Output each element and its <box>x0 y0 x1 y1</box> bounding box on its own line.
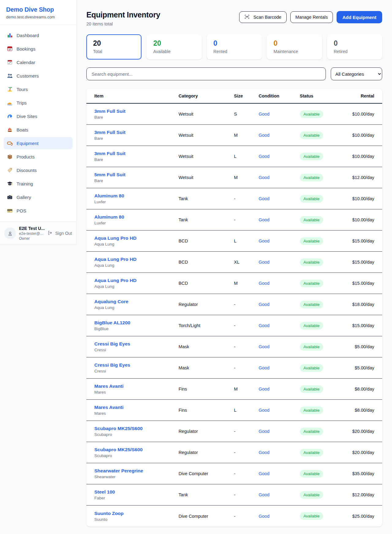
sign-out-button[interactable]: Sign Out <box>47 230 72 236</box>
status-cell: Available <box>300 237 341 245</box>
sidebar-nav: Dashboard 17 Bookings Calendar Customers… <box>0 25 76 222</box>
item-name-link[interactable]: Cressi Big Eyes <box>94 362 179 368</box>
item-brand: Aqua Lung <box>94 284 179 289</box>
app-root: Demo Dive Shop demo.test.divestreams.com… <box>0 0 392 534</box>
sidebar-item-customers[interactable]: Customers <box>4 70 73 82</box>
condition-link[interactable]: Good <box>259 365 300 370</box>
sidebar-item-boats[interactable]: Boats <box>4 124 73 136</box>
item-name-link[interactable]: Steel 100 <box>94 489 179 495</box>
sidebar-item-trips[interactable]: Trips <box>4 97 73 109</box>
item-name-link[interactable]: Scubapro MK25/S600 <box>94 426 179 431</box>
item-name-link[interactable]: Aluminum 80 <box>94 214 179 220</box>
status-cell: Available <box>300 491 341 499</box>
scan-barcode-label: Scan Barcode <box>253 15 281 20</box>
col-header-item: Item <box>94 93 179 98</box>
condition-link[interactable]: Good <box>259 217 300 222</box>
condition-link[interactable]: Good <box>259 323 300 328</box>
condition-link[interactable]: Good <box>259 196 300 201</box>
condition-link[interactable]: Good <box>259 260 300 265</box>
sidebar-item-training[interactable]: Training <box>4 177 73 190</box>
condition-link[interactable]: Good <box>259 344 300 349</box>
sidebar-item-products[interactable]: Products <box>4 151 73 163</box>
item-name-link[interactable]: Aqua Lung Pro HD <box>94 278 179 283</box>
rental-cell: $20.00/day <box>341 450 374 455</box>
item-name-link[interactable]: Aqua Lung Pro HD <box>94 257 179 262</box>
category-filter-select[interactable]: All Categories <box>331 67 382 80</box>
bookings-icon: 17 <box>7 46 13 52</box>
item-name-link[interactable]: Aqua Lung Pro HD <box>94 235 179 241</box>
condition-link[interactable]: Good <box>259 154 300 159</box>
condition-link[interactable]: Good <box>259 112 300 116</box>
sidebar-item-bookings[interactable]: 17 Bookings <box>4 43 73 55</box>
size-cell: - <box>234 450 258 455</box>
rental-cell: $12.00/day <box>341 492 374 497</box>
rental-cell: $35.00/day <box>341 471 374 476</box>
status-cell: Available <box>300 322 341 330</box>
size-cell: L <box>234 154 258 159</box>
item-cell: Scubapro MK25/S600 Scubapro <box>94 447 179 458</box>
condition-link[interactable]: Good <box>259 429 300 434</box>
status-cell: Available <box>300 216 341 224</box>
stat-card-rented[interactable]: 0 Rented <box>207 34 262 59</box>
sidebar-item-gallery[interactable]: Gallery <box>4 191 73 203</box>
stat-card-available[interactable]: 20 Available <box>146 34 202 59</box>
item-cell: Aqualung Core Aqua Lung <box>94 299 179 310</box>
add-equipment-button[interactable]: Add Equipment <box>337 11 382 23</box>
status-badge: Available <box>300 174 323 181</box>
condition-link[interactable]: Good <box>259 302 300 307</box>
status-cell: Available <box>300 512 341 520</box>
manage-rentals-button[interactable]: Manage Rentals <box>290 11 333 23</box>
stat-card-total[interactable]: 20 Total <box>86 34 141 59</box>
status-cell: Available <box>300 343 341 351</box>
rental-cell: $18.00/day <box>341 302 374 307</box>
sidebar-item-label: Tours <box>17 87 28 92</box>
stat-card-maintenance[interactable]: 0 Maintenance <box>267 34 322 59</box>
item-name-link[interactable]: Mares Avanti <box>94 405 179 410</box>
condition-link[interactable]: Good <box>259 238 300 243</box>
size-cell: - <box>234 323 258 328</box>
sidebar-item-tours[interactable]: Tours <box>4 83 73 95</box>
condition-link[interactable]: Good <box>259 450 300 455</box>
item-name-link[interactable]: Scubapro MK25/S600 <box>94 447 179 452</box>
sidebar-item-calendar[interactable]: Calendar <box>4 56 73 68</box>
condition-link[interactable]: Good <box>259 492 300 497</box>
item-name-link[interactable]: BigBlue AL1200 <box>94 320 179 326</box>
sidebar-item-dashboard[interactable]: Dashboard <box>4 29 73 41</box>
item-name-link[interactable]: 3mm Full Suit <box>94 151 179 156</box>
item-name-link[interactable]: Mares Avanti <box>94 383 179 389</box>
condition-link[interactable]: Good <box>259 387 300 391</box>
item-name-link[interactable]: 3mm Full Suit <box>94 130 179 135</box>
item-name-link[interactable]: Cressi Big Eyes <box>94 341 179 347</box>
item-name-link[interactable]: Suunto Zoop <box>94 511 179 516</box>
item-name-link[interactable]: 5mm Full Suit <box>94 172 179 177</box>
scan-barcode-button[interactable]: Scan Barcode <box>239 11 286 23</box>
condition-link[interactable]: Good <box>259 175 300 180</box>
item-name-link[interactable]: 3mm Full Suit <box>94 109 179 114</box>
item-name-link[interactable]: Shearwater Peregrine <box>94 468 179 474</box>
category-cell: Dive Computer <box>179 471 234 476</box>
item-name-link[interactable]: Aqualung Core <box>94 299 179 304</box>
size-cell: - <box>234 196 258 201</box>
condition-link[interactable]: Good <box>259 133 300 138</box>
sidebar-item-pos[interactable]: POS <box>4 204 73 217</box>
status-cell: Available <box>300 470 341 478</box>
sidebar-item-dive-sites[interactable]: Dive Sites <box>4 110 73 122</box>
status-badge: Available <box>300 428 323 435</box>
condition-link[interactable]: Good <box>259 514 300 519</box>
table-row: Cressi Big Eyes Cressi Mask - Good Avail… <box>86 336 382 357</box>
sidebar-item-equipment[interactable]: Equipment <box>4 137 73 149</box>
status-cell: Available <box>300 428 341 435</box>
sidebar-item-label: Dive Sites <box>17 114 37 119</box>
stat-card-retired[interactable]: 0 Retired <box>327 34 382 59</box>
item-brand: Cressi <box>94 348 179 352</box>
sidebar-item-discounts[interactable]: Discounts <box>4 164 73 176</box>
category-cell: Tank <box>179 492 234 497</box>
item-brand: Mares <box>94 411 179 416</box>
condition-link[interactable]: Good <box>259 408 300 413</box>
condition-link[interactable]: Good <box>259 281 300 286</box>
stat-label: Available <box>153 49 195 54</box>
condition-link[interactable]: Good <box>259 471 300 476</box>
status-badge: Available <box>300 132 323 139</box>
search-input[interactable] <box>86 67 326 80</box>
item-name-link[interactable]: Aluminum 80 <box>94 193 179 199</box>
